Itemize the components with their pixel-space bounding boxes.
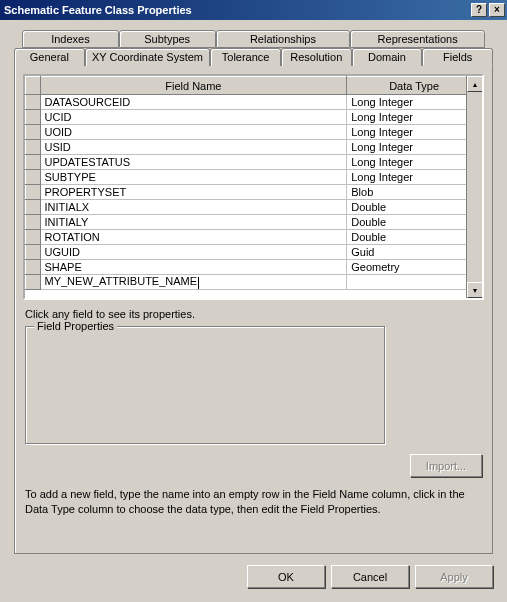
- tab-relationships[interactable]: Relationships: [216, 30, 351, 48]
- cell-datatype[interactable]: Guid: [347, 245, 482, 260]
- cell-datatype[interactable]: Long Integer: [347, 140, 482, 155]
- ok-button[interactable]: OK: [247, 565, 325, 588]
- cell-datatype[interactable]: Long Integer: [347, 95, 482, 110]
- cell-fieldname[interactable]: USID: [40, 140, 347, 155]
- row-header[interactable]: [26, 155, 41, 170]
- row-header[interactable]: [26, 200, 41, 215]
- tabstrip: Indexes Subtypes Relationships Represent…: [14, 30, 493, 66]
- help-icon[interactable]: ?: [471, 3, 487, 17]
- titlebar: Schematic Feature Class Properties ? ×: [0, 0, 507, 20]
- table-row[interactable]: UGUIDGuid: [26, 245, 482, 260]
- row-header[interactable]: [26, 95, 41, 110]
- column-header-fieldname[interactable]: Field Name: [40, 77, 347, 95]
- cell-datatype[interactable]: Long Integer: [347, 170, 482, 185]
- cell-datatype[interactable]: Geometry: [347, 260, 482, 275]
- column-header-datatype[interactable]: Data Type: [347, 77, 482, 95]
- cell-datatype[interactable]: Double: [347, 230, 482, 245]
- row-header[interactable]: [26, 260, 41, 275]
- tab-label: Subtypes: [144, 33, 190, 45]
- scroll-down-icon[interactable]: ▾: [467, 282, 483, 298]
- hint-text: Click any field to see its properties.: [25, 308, 482, 320]
- cell-fieldname[interactable]: UCID: [40, 110, 347, 125]
- cell-fieldname[interactable]: UOID: [40, 125, 347, 140]
- import-button[interactable]: Import...: [410, 454, 482, 477]
- apply-button[interactable]: Apply: [415, 565, 493, 588]
- tab-label: Fields: [443, 51, 472, 63]
- table-row[interactable]: INITIALYDouble: [26, 215, 482, 230]
- row-header[interactable]: [26, 185, 41, 200]
- cell-datatype[interactable]: Double: [347, 200, 482, 215]
- cell-datatype[interactable]: Long Integer: [347, 125, 482, 140]
- table-row[interactable]: PROPERTYSETBlob: [26, 185, 482, 200]
- cell-fieldname[interactable]: UGUID: [40, 245, 347, 260]
- grid-corner: [26, 77, 41, 95]
- tab-label: Tolerance: [222, 51, 270, 63]
- window-title: Schematic Feature Class Properties: [4, 4, 469, 16]
- row-header[interactable]: [26, 140, 41, 155]
- table-row[interactable]: UPDATESTATUSLong Integer: [26, 155, 482, 170]
- tab-label: Representations: [378, 33, 458, 45]
- tab-representations[interactable]: Representations: [350, 30, 485, 48]
- cell-fieldname-editing[interactable]: MY_NEW_ATTRIBUTE_NAME: [40, 275, 347, 290]
- row-header[interactable]: [26, 170, 41, 185]
- tabrow-lower: General XY Coordinate System Tolerance R…: [14, 48, 493, 66]
- tab-label: Relationships: [250, 33, 316, 45]
- tab-label: XY Coordinate System: [92, 51, 203, 63]
- table-row[interactable]: SUBTYPELong Integer: [26, 170, 482, 185]
- vertical-scrollbar[interactable]: ▴ ▾: [466, 76, 482, 298]
- tab-xy-coordinate-system[interactable]: XY Coordinate System: [85, 48, 211, 66]
- field-properties-group: Field Properties: [25, 326, 385, 444]
- tabrow-upper: Indexes Subtypes Relationships Represent…: [22, 30, 485, 48]
- cell-datatype[interactable]: Blob: [347, 185, 482, 200]
- row-header[interactable]: [26, 110, 41, 125]
- tab-resolution[interactable]: Resolution: [281, 48, 352, 66]
- close-icon[interactable]: ×: [489, 3, 505, 17]
- table-row[interactable]: SHAPEGeometry: [26, 260, 482, 275]
- cell-fieldname[interactable]: SUBTYPE: [40, 170, 347, 185]
- cell-fieldname[interactable]: UPDATESTATUS: [40, 155, 347, 170]
- tab-label: Domain: [368, 51, 406, 63]
- help-text: To add a new field, type the name into a…: [25, 487, 482, 517]
- table-row[interactable]: UCIDLong Integer: [26, 110, 482, 125]
- table-row-editing[interactable]: MY_NEW_ATTRIBUTE_NAME: [26, 275, 482, 290]
- table-row[interactable]: ROTATIONDouble: [26, 230, 482, 245]
- cell-fieldname[interactable]: DATASOURCEID: [40, 95, 347, 110]
- cell-datatype[interactable]: Double: [347, 215, 482, 230]
- row-header[interactable]: [26, 125, 41, 140]
- row-header[interactable]: [26, 230, 41, 245]
- cell-datatype[interactable]: Long Integer: [347, 110, 482, 125]
- dialog-body: Indexes Subtypes Relationships Represent…: [0, 20, 507, 602]
- tab-domain[interactable]: Domain: [352, 48, 423, 66]
- tab-label: Resolution: [290, 51, 342, 63]
- groupbox-legend: Field Properties: [34, 320, 117, 332]
- cell-datatype[interactable]: [347, 275, 482, 290]
- dialog-buttons: OK Cancel Apply: [247, 565, 493, 588]
- cancel-button[interactable]: Cancel: [331, 565, 409, 588]
- row-header[interactable]: [26, 275, 41, 290]
- cell-fieldname[interactable]: INITIALY: [40, 215, 347, 230]
- tabpanel-fields: Field Name Data Type DATASOURCEIDLong In…: [14, 66, 493, 554]
- tab-general[interactable]: General: [14, 48, 85, 66]
- tab-label: Indexes: [51, 33, 90, 45]
- tab-tolerance[interactable]: Tolerance: [210, 48, 281, 66]
- tab-indexes[interactable]: Indexes: [22, 30, 119, 48]
- cell-fieldname[interactable]: INITIALX: [40, 200, 347, 215]
- table-row[interactable]: INITIALXDouble: [26, 200, 482, 215]
- cell-fieldname[interactable]: PROPERTYSET: [40, 185, 347, 200]
- cell-fieldname[interactable]: SHAPE: [40, 260, 347, 275]
- table-row[interactable]: DATASOURCEIDLong Integer: [26, 95, 482, 110]
- row-header[interactable]: [26, 215, 41, 230]
- tab-fields[interactable]: Fields: [422, 48, 493, 66]
- tab-subtypes[interactable]: Subtypes: [119, 30, 216, 48]
- fields-grid[interactable]: Field Name Data Type DATASOURCEIDLong In…: [23, 74, 484, 300]
- row-header[interactable]: [26, 245, 41, 260]
- table-row[interactable]: UOIDLong Integer: [26, 125, 482, 140]
- cell-fieldname[interactable]: ROTATION: [40, 230, 347, 245]
- scroll-up-icon[interactable]: ▴: [467, 76, 483, 92]
- cell-datatype[interactable]: Long Integer: [347, 155, 482, 170]
- table-row[interactable]: USIDLong Integer: [26, 140, 482, 155]
- tab-label: General: [30, 51, 69, 63]
